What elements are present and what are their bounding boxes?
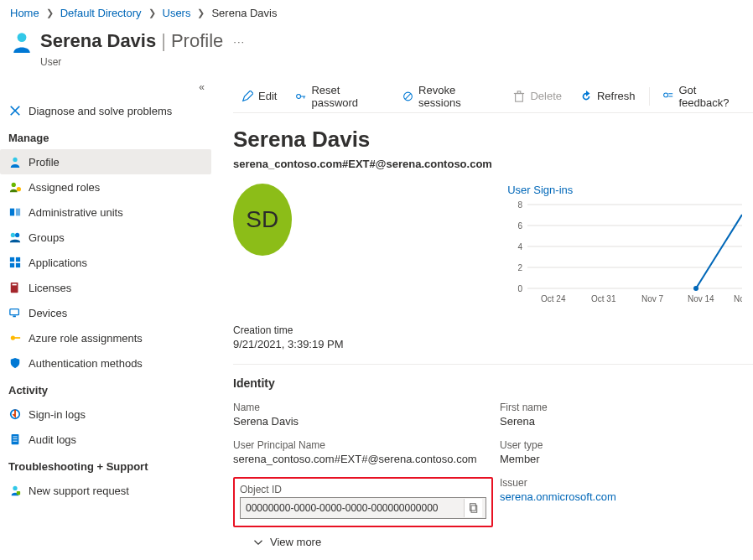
field-value: Serena Davis bbox=[233, 415, 493, 428]
svg-line-27 bbox=[405, 93, 411, 99]
sidebar-item-label: Devices bbox=[29, 307, 67, 319]
diagnose-icon bbox=[8, 104, 22, 117]
sidebar-item-label: Licenses bbox=[29, 282, 71, 294]
sidebar-item-applications[interactable]: Applications bbox=[0, 250, 211, 275]
svg-rect-8 bbox=[10, 257, 14, 262]
svg-rect-11 bbox=[16, 263, 20, 267]
key-icon bbox=[8, 331, 22, 345]
svg-point-7 bbox=[15, 233, 19, 237]
reset-password-button[interactable]: Reset password bbox=[287, 80, 392, 112]
more-icon[interactable]: ··· bbox=[233, 35, 245, 48]
copy-button[interactable] bbox=[464, 499, 482, 517]
field-label: User Principal Name bbox=[233, 439, 493, 451]
svg-text:Nov 14: Nov 14 bbox=[688, 294, 714, 303]
svg-text:4: 4 bbox=[518, 242, 523, 251]
button-label: Revoke sessions bbox=[418, 84, 495, 109]
sidebar-item-label: Authentication methods bbox=[29, 357, 143, 370]
sidebar-item-diagnose[interactable]: Diagnose and solve problems bbox=[0, 98, 211, 123]
field-issuer: Issuerserena.onmicrosoft.com bbox=[500, 477, 743, 527]
roles-icon bbox=[8, 180, 22, 194]
button-label: Refresh bbox=[597, 90, 636, 102]
sidebar-item-audit-logs[interactable]: Audit logs bbox=[0, 427, 211, 452]
sidebar-item-admin-units[interactable]: Administrative units bbox=[0, 200, 211, 225]
field-upn: User Principal Nameserena_contoso.com#EX… bbox=[233, 439, 493, 465]
field-first-name: First nameSerena bbox=[500, 402, 743, 428]
field-label: Object ID bbox=[240, 484, 486, 495]
svg-rect-22 bbox=[13, 441, 17, 442]
svg-text:Nov: Nov bbox=[734, 294, 742, 303]
page-header: Serena Davis | Profile ··· bbox=[0, 26, 753, 60]
sidebar-group-activity: Activity bbox=[0, 376, 211, 402]
view-more-button[interactable]: View more bbox=[233, 536, 753, 548]
creation-time-value: 9/21/2021, 3:39:19 PM bbox=[233, 338, 753, 350]
svg-text:Oct 31: Oct 31 bbox=[591, 294, 616, 303]
sidebar-item-assigned-roles[interactable]: Assigned roles bbox=[0, 174, 211, 200]
licenses-icon bbox=[8, 281, 22, 294]
svg-text:Nov 7: Nov 7 bbox=[641, 294, 664, 303]
sidebar-item-azure-role-assignments[interactable]: Azure role assignments bbox=[0, 325, 211, 350]
svg-rect-10 bbox=[10, 263, 14, 267]
button-label: Delete bbox=[530, 90, 562, 102]
sidebar-item-signin-logs[interactable]: Sign-in logs bbox=[0, 402, 211, 427]
breadcrumb-home[interactable]: Home bbox=[10, 7, 39, 19]
field-label: Issuer bbox=[500, 477, 743, 489]
sidebar-item-devices[interactable]: Devices bbox=[0, 300, 211, 325]
svg-rect-15 bbox=[13, 316, 16, 318]
svg-point-0 bbox=[18, 33, 27, 42]
creation-time-label: Creation time bbox=[233, 324, 753, 336]
svg-rect-30 bbox=[518, 91, 522, 93]
svg-rect-14 bbox=[10, 309, 19, 315]
sidebar-item-label: Profile bbox=[29, 156, 60, 169]
svg-rect-24 bbox=[17, 491, 20, 495]
svg-point-23 bbox=[13, 486, 17, 490]
sidebar-group-manage: Manage bbox=[0, 123, 211, 149]
svg-text:0: 0 bbox=[518, 284, 523, 293]
toolbar-separator bbox=[649, 87, 650, 106]
edit-button[interactable]: Edit bbox=[233, 80, 285, 112]
admin-units-icon bbox=[8, 205, 22, 219]
sidebar-item-label: New support request bbox=[29, 485, 129, 497]
field-label: User type bbox=[500, 439, 743, 451]
feedback-button[interactable]: Got feedback? bbox=[654, 80, 753, 112]
revoke-sessions-button[interactable]: Revoke sessions bbox=[394, 80, 503, 112]
svg-point-2 bbox=[12, 183, 16, 187]
title-divider: | bbox=[161, 30, 166, 52]
svg-text:8: 8 bbox=[518, 200, 523, 210]
breadcrumb-users[interactable]: Users bbox=[163, 7, 191, 19]
field-value: Serena bbox=[500, 415, 743, 428]
svg-rect-17 bbox=[14, 337, 20, 339]
svg-point-3 bbox=[17, 187, 21, 191]
delete-button: Delete bbox=[505, 80, 570, 112]
sidebar-group-troubleshooting: Troubleshooting + Support bbox=[0, 452, 211, 478]
sidebar: « Diagnose and solve problems Manage Pro… bbox=[0, 78, 216, 548]
button-label: Edit bbox=[258, 90, 277, 102]
svg-rect-21 bbox=[13, 438, 17, 439]
svg-rect-49 bbox=[470, 504, 475, 511]
svg-rect-48 bbox=[471, 506, 477, 512]
chart-title-link[interactable]: User Sign-ins bbox=[507, 184, 573, 196]
sidebar-item-label: Groups bbox=[29, 231, 65, 244]
content-area: Edit Reset password Revoke sessions Dele… bbox=[216, 78, 753, 548]
svg-point-25 bbox=[297, 94, 301, 98]
sidebar-item-groups[interactable]: Groups bbox=[0, 225, 211, 250]
issuer-link[interactable]: serena.onmicrosoft.com bbox=[500, 490, 616, 503]
sidebar-item-label: Applications bbox=[29, 257, 87, 269]
button-label: Got feedback? bbox=[678, 84, 745, 109]
svg-rect-5 bbox=[16, 209, 20, 216]
field-object-id: Object ID 00000000-0000-0000-0000-000000… bbox=[233, 477, 493, 527]
refresh-button[interactable]: Refresh bbox=[572, 80, 644, 112]
devices-icon bbox=[8, 306, 22, 319]
sidebar-item-profile[interactable]: Profile bbox=[0, 149, 211, 174]
support-icon bbox=[8, 484, 22, 497]
sidebar-item-authentication-methods[interactable]: Authentication methods bbox=[0, 350, 211, 376]
sidebar-item-licenses[interactable]: Licenses bbox=[0, 275, 211, 300]
sidebar-item-new-support-request[interactable]: New support request bbox=[0, 478, 211, 503]
breadcrumb-directory[interactable]: Default Directory bbox=[60, 7, 142, 19]
collapse-sidebar-button[interactable]: « bbox=[199, 81, 205, 93]
svg-rect-9 bbox=[16, 257, 20, 262]
svg-point-42 bbox=[693, 286, 698, 291]
sidebar-item-label: Audit logs bbox=[29, 433, 76, 446]
apps-icon bbox=[8, 256, 22, 269]
profile-upn-line: serena_contoso.com#EXT#@serena.contoso.c… bbox=[233, 158, 753, 170]
signins-chart[interactable]: User Sign-ins 8 6 4 2 0 Oct 2 bbox=[507, 184, 753, 308]
